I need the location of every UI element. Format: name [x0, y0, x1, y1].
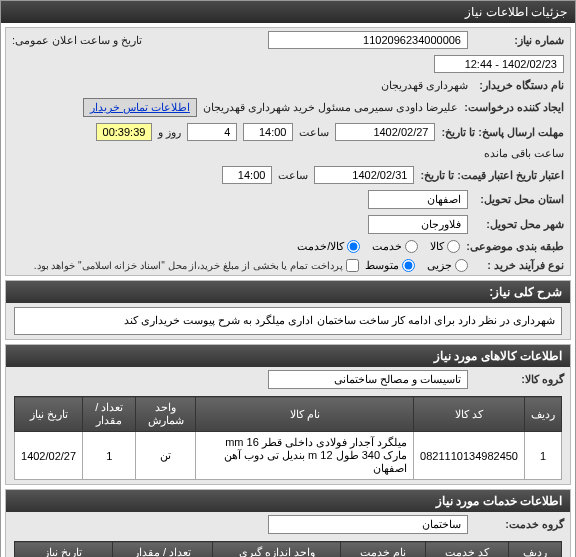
services-title: اطلاعات خدمات مورد نیاز	[6, 490, 570, 512]
class-both-option[interactable]: کالا/خدمت	[297, 240, 360, 253]
class-label: طبقه بندی موضوعی:	[466, 240, 564, 253]
class-radio-group: کالا خدمت کالا/خدمت	[297, 240, 460, 253]
goods-cell-qty: 1	[83, 432, 136, 480]
niaz-no-label: شماره نیاز:	[474, 34, 564, 47]
goods-cell-date: 1402/02/27	[15, 432, 83, 480]
saat-label-2: ساعت	[278, 169, 308, 182]
city-field: فلاورجان	[368, 215, 468, 234]
city-label: شهر محل تحویل:	[474, 218, 564, 231]
details-panel: جزئیات اطلاعات نیاز شماره نیاز: 11020962…	[0, 0, 576, 557]
class-both-radio[interactable]	[347, 240, 360, 253]
class-kala-radio[interactable]	[447, 240, 460, 253]
prov-buyer-field: اصفهان	[368, 190, 468, 209]
buy-type-radio-group: جزیی متوسط	[365, 259, 468, 272]
services-th-name: نام خدمت	[341, 542, 426, 558]
goods-section: اطلاعات کالاهای مورد نیاز گروه کالا: تاس…	[5, 344, 571, 485]
goods-group-field: تاسیسات و مصالح ساختمانی	[268, 370, 468, 389]
class-khadamat-option[interactable]: خدمت	[372, 240, 418, 253]
goods-title: اطلاعات کالاهای مورد نیاز	[6, 345, 570, 367]
deadline-date-field: 1402/02/27	[335, 123, 435, 141]
goods-th-code: کد کالا	[414, 397, 525, 432]
validity-time-field: 14:00	[222, 166, 272, 184]
goods-cell-unit: تن	[136, 432, 196, 480]
requester-label: ایجاد کننده درخواست:	[464, 101, 564, 114]
goods-table: ردیف کد کالا نام کالا واحد شمارش تعداد /…	[14, 396, 562, 480]
deadline-label: مهلت ارسال پاسخ: تا تاریخ:	[441, 126, 564, 139]
prov-buyer-label: استان محل تحویل:	[474, 193, 564, 206]
requester-value: علیرضا داودی سمیرمی مسئول خرید شهرداری ق…	[203, 101, 458, 114]
buy-motevaset-radio[interactable]	[402, 259, 415, 272]
class-khadamat-radio[interactable]	[405, 240, 418, 253]
buy-jozee-radio[interactable]	[455, 259, 468, 272]
buyer-org-label: نام دستگاه خریدار:	[474, 79, 564, 92]
validity-date-field: 1402/02/31	[314, 166, 414, 184]
announce-field: 1402/02/23 - 12:44	[434, 55, 564, 73]
services-th-radif: ردیف	[508, 542, 561, 558]
countdown-field: 00:39:39	[96, 123, 153, 141]
goods-cell-code: 0821110134982450	[414, 432, 525, 480]
main-info-section: شماره نیاز: 1102096234000006 تاریخ و ساع…	[5, 27, 571, 276]
pay-note-checkbox[interactable]	[346, 259, 359, 272]
announce-label: تاریخ و ساعت اعلان عمومی:	[12, 34, 142, 47]
overview-text: شهرداری در نظر دارد برای ادامه کار ساخت …	[14, 307, 562, 335]
services-th-unit: واحد اندازه گیری	[213, 542, 341, 558]
goods-th-date: تاریخ نیاز	[15, 397, 83, 432]
class-kala-option[interactable]: کالا	[430, 240, 460, 253]
remain-label: ساعت باقی مانده	[484, 147, 564, 160]
overview-section: شرح کلی نیاز: شهرداری در نظر دارد برای ا…	[5, 280, 571, 340]
goods-th-qty: تعداد / مقدار	[83, 397, 136, 432]
pay-note-check[interactable]: پرداخت تمام یا بخشی از مبلغ خرید،از محل …	[34, 259, 359, 272]
services-th-qty: تعداد / مقدار	[112, 542, 213, 558]
validity-label: اعتبار تاریخ اعتبار قیمت: تا تاریخ:	[420, 169, 564, 182]
buy-jozee-option[interactable]: جزیی	[427, 259, 468, 272]
services-th-date: تاریخ نیاز	[15, 542, 113, 558]
services-group-label: گروه خدمت:	[474, 518, 564, 531]
buy-type-label: نوع فرآیند خرید :	[474, 259, 564, 272]
buyer-org-value: شهرداری قهدریجان	[381, 79, 468, 92]
goods-cell-radif: 1	[525, 432, 562, 480]
niaz-no-field: 1102096234000006	[268, 31, 468, 49]
contact-info-button[interactable]: اطلاعات تماس خریدار	[83, 98, 197, 117]
overview-title: شرح کلی نیاز:	[6, 281, 570, 303]
services-section: اطلاعات خدمات مورد نیاز گروه خدمت: ساختم…	[5, 489, 571, 557]
goods-th-name: نام کالا	[196, 397, 414, 432]
saat-label-1: ساعت	[299, 126, 329, 139]
panel-title: جزئیات اطلاعات نیاز	[1, 1, 575, 23]
deadline-time-field: 14:00	[243, 123, 293, 141]
goods-cell-name: میلگرد آجدار فولادی داخلی قطر 16 mm مارک…	[196, 432, 414, 480]
goods-th-radif: ردیف	[525, 397, 562, 432]
buy-motevaset-option[interactable]: متوسط	[365, 259, 415, 272]
services-th-code: کد خدمت	[425, 542, 508, 558]
services-table: ردیف کد خدمت نام خدمت واحد اندازه گیری ت…	[14, 541, 562, 557]
rooz-field: 4	[187, 123, 237, 141]
goods-group-label: گروه کالا:	[474, 373, 564, 386]
rooz-label: روز و	[158, 126, 181, 139]
services-group-field: ساختمان	[268, 515, 468, 534]
goods-row: 1 0821110134982450 میلگرد آجدار فولادی د…	[15, 432, 562, 480]
goods-th-unit: واحد شمارش	[136, 397, 196, 432]
